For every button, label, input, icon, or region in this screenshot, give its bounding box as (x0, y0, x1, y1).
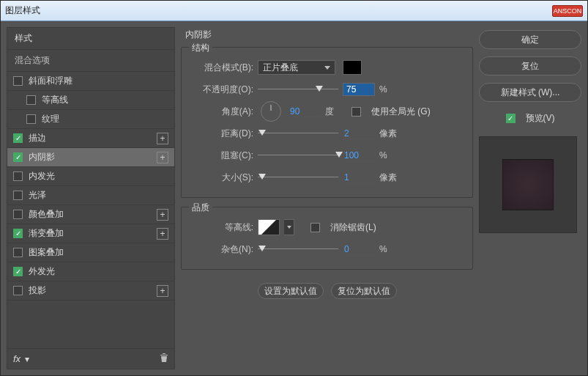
noise-label: 杂色(N): (190, 243, 253, 256)
style-checkbox[interactable] (13, 248, 23, 257)
style-label: 渐变叠加 (29, 227, 157, 240)
style-item-2[interactable]: 纹理 (7, 110, 174, 129)
blending-options[interactable]: 混合选项 (7, 50, 174, 72)
size-label: 大小(S): (190, 172, 253, 184)
styles-footer: fx ▾ (7, 348, 174, 369)
contour-picker[interactable] (258, 219, 280, 235)
angle-label: 角度(A): (190, 106, 253, 118)
style-label: 光泽 (29, 189, 168, 202)
reset-default-button[interactable]: 复位为默认值 (331, 283, 397, 299)
distance-input[interactable]: 2 (343, 128, 375, 139)
blend-mode-label: 混合模式(B): (190, 62, 253, 74)
angle-dial[interactable] (261, 101, 281, 122)
style-checkbox[interactable] (13, 172, 23, 181)
style-checkbox[interactable] (13, 191, 23, 200)
preview-checkbox[interactable] (506, 114, 516, 123)
style-checkbox[interactable] (13, 210, 23, 219)
style-list: 斜面和浮雕等高线纹理描边+内阴影+内发光光泽颜色叠加+渐变叠加+图案叠加外发光投… (7, 72, 174, 348)
choke-label: 阻塞(C): (190, 150, 253, 162)
window-title: 图层样式 (5, 4, 40, 17)
style-item-0[interactable]: 斜面和浮雕 (7, 72, 174, 91)
global-light-checkbox[interactable] (351, 107, 361, 117)
panel-title: 内阴影 (181, 27, 473, 43)
style-checkbox[interactable] (13, 286, 23, 295)
angle-input[interactable]: 90 (289, 106, 321, 117)
blend-mode-select[interactable]: 正片叠底 (258, 60, 335, 75)
style-item-10[interactable]: 外发光 (7, 262, 174, 281)
add-effect-icon[interactable]: + (157, 228, 168, 240)
noise-unit: % (379, 244, 401, 254)
opacity-label: 不透明度(O): (190, 84, 253, 96)
style-checkbox[interactable] (13, 229, 23, 238)
style-checkbox[interactable] (26, 114, 36, 124)
right-panel: 确定 复位 新建样式 (W)... 预览(V) (479, 27, 581, 369)
distance-slider[interactable] (258, 128, 338, 139)
noise-input[interactable]: 0 (343, 244, 375, 255)
new-style-button[interactable]: 新建样式 (W)... (479, 83, 581, 102)
preview-swatch (502, 159, 554, 210)
style-checkbox[interactable] (13, 152, 23, 162)
style-label: 图案叠加 (29, 246, 168, 259)
size-input[interactable]: 1 (343, 172, 375, 183)
style-label: 颜色叠加 (29, 208, 157, 221)
style-label: 内发光 (29, 170, 168, 183)
fx-icon[interactable]: fx (13, 353, 21, 364)
quality-label: 品质 (189, 202, 212, 214)
make-default-button[interactable]: 设置为默认值 (258, 283, 324, 299)
distance-unit: 像素 (379, 128, 401, 140)
add-effect-icon[interactable]: + (157, 133, 168, 144)
preview-box (479, 136, 577, 233)
style-label: 纹理 (42, 113, 168, 125)
preview-label: 预览(V) (526, 112, 555, 125)
fx-menu-icon[interactable]: ▾ (25, 354, 29, 364)
style-item-4[interactable]: 内阴影+ (7, 148, 174, 167)
style-label: 等高线 (42, 94, 168, 106)
contour-label: 等高线: (190, 221, 253, 234)
size-slider[interactable] (258, 172, 338, 183)
window-close-button[interactable]: ANSCON (552, 5, 583, 17)
style-item-8[interactable]: 渐变叠加+ (7, 224, 174, 243)
quality-group: 品质 等高线: 消除锯齿(L) 杂色(N): 0 % (181, 207, 473, 270)
style-label: 斜面和浮雕 (29, 75, 168, 87)
add-effect-icon[interactable]: + (157, 152, 168, 163)
opacity-slider[interactable] (258, 84, 338, 95)
styles-sidebar: 样式 混合选项 斜面和浮雕等高线纹理描边+内阴影+内发光光泽颜色叠加+渐变叠加+… (7, 27, 175, 369)
choke-input[interactable]: 100 (343, 150, 375, 161)
choke-slider[interactable] (258, 150, 338, 161)
add-effect-icon[interactable]: + (157, 209, 168, 221)
style-label: 内阴影 (29, 151, 157, 163)
style-item-6[interactable]: 光泽 (7, 186, 174, 205)
settings-panel: 内阴影 结构 混合模式(B): 正片叠底 不透明度(O): 75 % 角度(A)… (181, 27, 473, 369)
distance-label: 距离(D): (190, 128, 253, 140)
style-item-11[interactable]: 投影+ (7, 281, 174, 301)
style-label: 描边 (29, 132, 157, 144)
style-checkbox[interactable] (26, 95, 36, 105)
structure-label: 结构 (189, 42, 212, 54)
style-checkbox[interactable] (13, 133, 23, 143)
title-bar: 图层样式 ANSCON (1, 1, 587, 21)
cancel-button[interactable]: 复位 (479, 56, 581, 75)
opacity-input[interactable]: 75 (343, 83, 375, 96)
style-item-1[interactable]: 等高线 (7, 91, 174, 110)
shadow-color-swatch[interactable] (343, 60, 362, 75)
style-item-7[interactable]: 颜色叠加+ (7, 205, 174, 224)
style-item-5[interactable]: 内发光 (7, 167, 174, 186)
noise-slider[interactable] (258, 244, 338, 254)
style-item-9[interactable]: 图案叠加 (7, 243, 174, 262)
styles-heading[interactable]: 样式 (7, 28, 174, 50)
antialias-checkbox[interactable] (310, 223, 320, 232)
contour-dropdown[interactable] (284, 219, 294, 235)
style-checkbox[interactable] (13, 267, 23, 276)
style-item-3[interactable]: 描边+ (7, 129, 174, 148)
add-effect-icon[interactable]: + (157, 285, 168, 297)
ok-button[interactable]: 确定 (479, 30, 581, 49)
choke-unit: % (379, 150, 401, 161)
global-light-label: 使用全局光 (G) (371, 106, 431, 118)
style-label: 投影 (29, 284, 157, 297)
opacity-unit: % (379, 84, 401, 95)
style-checkbox[interactable] (13, 76, 23, 86)
size-unit: 像素 (379, 172, 401, 184)
angle-unit: 度 (325, 106, 347, 118)
trash-icon[interactable] (160, 353, 168, 365)
structure-group: 结构 混合模式(B): 正片叠底 不透明度(O): 75 % 角度(A): 90 (181, 47, 473, 198)
